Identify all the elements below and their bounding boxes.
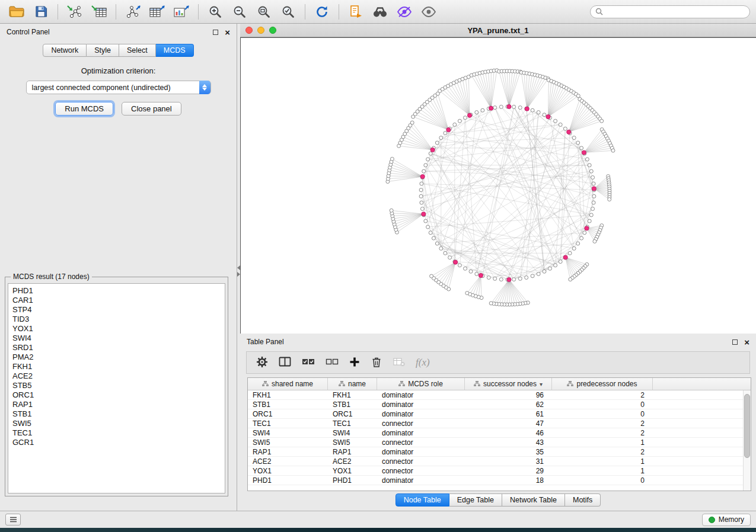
close-panel-button[interactable]: Close panel xyxy=(122,102,181,116)
refresh-button[interactable] xyxy=(311,2,333,21)
float-panel-icon[interactable] xyxy=(213,30,218,35)
table-cell: 2 xyxy=(552,448,653,456)
table-row[interactable]: PHD1PHD1dominator180 xyxy=(248,476,743,485)
table-row[interactable]: ORC1ORC1dominator610 xyxy=(248,409,743,419)
maximize-window-icon[interactable] xyxy=(269,27,276,34)
mcds-result-item[interactable]: FKH1 xyxy=(12,362,221,371)
main-toolbar xyxy=(0,0,756,24)
save-session-button[interactable] xyxy=(30,2,52,21)
mcds-result-item[interactable]: SRD1 xyxy=(12,343,221,352)
float-panel-icon[interactable] xyxy=(732,339,738,345)
mcds-result-item[interactable]: STP4 xyxy=(12,305,221,315)
network-graph xyxy=(241,38,756,334)
table-cell: dominator xyxy=(377,429,465,437)
mcds-result-item[interactable]: STB5 xyxy=(12,381,221,390)
table-scrollbar[interactable] xyxy=(743,390,751,491)
export-image-button[interactable] xyxy=(171,2,192,21)
run-mcds-button[interactable]: Run MCDS xyxy=(55,102,113,116)
table-cell: connector xyxy=(377,457,465,466)
mcds-result-item[interactable]: SWI4 xyxy=(12,334,221,343)
table-settings-button[interactable] xyxy=(256,356,268,370)
mcds-result-item[interactable]: SWI5 xyxy=(12,419,221,428)
function-builder-button[interactable]: f(x) xyxy=(416,357,430,368)
column-header-successor-nodes[interactable]: successor nodes▾ xyxy=(465,378,552,390)
open-file-button[interactable] xyxy=(6,2,27,21)
table-cell: connector xyxy=(377,438,465,447)
delete-row-button[interactable] xyxy=(371,356,382,370)
sort-descending-icon[interactable]: ▾ xyxy=(540,381,543,387)
search-input[interactable] xyxy=(606,8,745,16)
mcds-result-item[interactable]: ACE2 xyxy=(12,371,221,381)
column-header-predecessor-nodes[interactable]: predecessor nodes xyxy=(552,378,653,390)
tab-style[interactable]: Style xyxy=(87,44,119,57)
find-button[interactable] xyxy=(369,2,391,21)
highlight-view-button[interactable] xyxy=(394,2,415,21)
close-panel-icon[interactable]: × xyxy=(225,30,230,35)
zoom-selected-button[interactable] xyxy=(277,2,299,21)
column-header-name[interactable]: name xyxy=(328,378,377,390)
table-row[interactable]: STB1STB1dominator620 xyxy=(248,400,743,409)
network-canvas[interactable] xyxy=(240,37,756,334)
mcds-result-item[interactable]: PMA2 xyxy=(12,352,221,362)
search-field[interactable] xyxy=(590,5,750,18)
table-cell: 0 xyxy=(552,400,653,409)
mcds-result-item[interactable]: GCR1 xyxy=(12,438,221,447)
mcds-result-item[interactable]: CAR1 xyxy=(12,296,221,305)
table-cell: 2 xyxy=(552,429,653,437)
tab-select[interactable]: Select xyxy=(119,44,156,57)
show-graphics-details-button[interactable] xyxy=(418,2,439,21)
table-row[interactable]: ACE2ACE2connector311 xyxy=(248,457,743,466)
status-bar: Memory xyxy=(0,511,756,528)
unselect-all-button[interactable] xyxy=(326,357,339,368)
memory-button[interactable]: Memory xyxy=(702,514,751,526)
tab-node-table[interactable]: Node Table xyxy=(395,493,449,507)
column-header-MCDS-role[interactable]: MCDS role xyxy=(377,378,465,390)
column-header-shared-name[interactable]: shared name xyxy=(248,378,328,390)
mcds-result-item[interactable]: STB1 xyxy=(12,409,221,419)
zoom-out-button[interactable] xyxy=(229,2,250,21)
status-menu-button[interactable] xyxy=(5,514,21,525)
export-table-button[interactable] xyxy=(146,2,168,21)
clear-table-icon xyxy=(393,357,405,367)
split-view-button[interactable] xyxy=(279,356,291,369)
table-row[interactable]: TEC1TEC1connector472 xyxy=(248,419,743,428)
select-all-button[interactable] xyxy=(302,357,315,368)
mcds-result-item[interactable]: YOX1 xyxy=(12,324,221,334)
tab-edge-table[interactable]: Edge Table xyxy=(449,493,502,507)
mcds-result-list[interactable]: PHD1CAR1STP4TID3YOX1SWI4SRD1PMA2FKH1ACE2… xyxy=(8,283,225,493)
scrollbar-thumb[interactable] xyxy=(744,394,750,458)
mcds-result-item[interactable]: TID3 xyxy=(12,315,221,324)
tab-motifs[interactable]: Motifs xyxy=(565,493,601,507)
tab-mcds[interactable]: MCDS xyxy=(156,44,194,57)
export-table-icon xyxy=(149,5,165,19)
table-cell: ACE2 xyxy=(248,457,328,466)
mcds-result-item[interactable]: ORC1 xyxy=(12,390,221,400)
minimize-window-icon[interactable] xyxy=(257,27,264,34)
zoom-fit-button[interactable] xyxy=(253,2,275,21)
tab-network[interactable]: Network xyxy=(43,44,87,57)
tab-network-table[interactable]: Network Table xyxy=(502,493,565,507)
network-titlebar[interactable]: YPA_prune.txt_1 xyxy=(240,24,756,37)
table-row[interactable]: YOX1YOX1connector291 xyxy=(248,466,743,476)
dropdown-stepper-icon[interactable] xyxy=(199,81,210,94)
table-row[interactable]: FKH1FKH1dominator962 xyxy=(248,390,743,400)
table-row[interactable]: SWI5SWI5connector431 xyxy=(248,438,743,447)
export-network-button[interactable] xyxy=(122,2,143,21)
close-window-icon[interactable] xyxy=(245,27,253,34)
table-cell: dominator xyxy=(377,410,465,418)
import-network-button[interactable] xyxy=(64,2,85,21)
table-cell: STB1 xyxy=(328,400,377,409)
mcds-result-item[interactable]: PHD1 xyxy=(12,286,221,296)
copy-network-button[interactable] xyxy=(345,2,366,21)
mcds-result-item[interactable]: RAP1 xyxy=(12,400,221,409)
table-row[interactable]: SWI4SWI4dominator462 xyxy=(248,428,743,438)
import-table-button[interactable] xyxy=(88,2,110,21)
add-row-button[interactable] xyxy=(349,357,360,369)
mcds-result-item[interactable]: TEC1 xyxy=(12,428,221,438)
close-panel-icon[interactable]: × xyxy=(744,339,749,345)
zoom-in-button[interactable] xyxy=(205,2,226,21)
attribute-icon xyxy=(339,381,345,387)
table-row[interactable]: RAP1RAP1dominator352 xyxy=(248,447,743,457)
clear-table-button[interactable] xyxy=(393,357,405,368)
criterion-dropdown[interactable]: largest connected component (undirected) xyxy=(26,81,211,94)
